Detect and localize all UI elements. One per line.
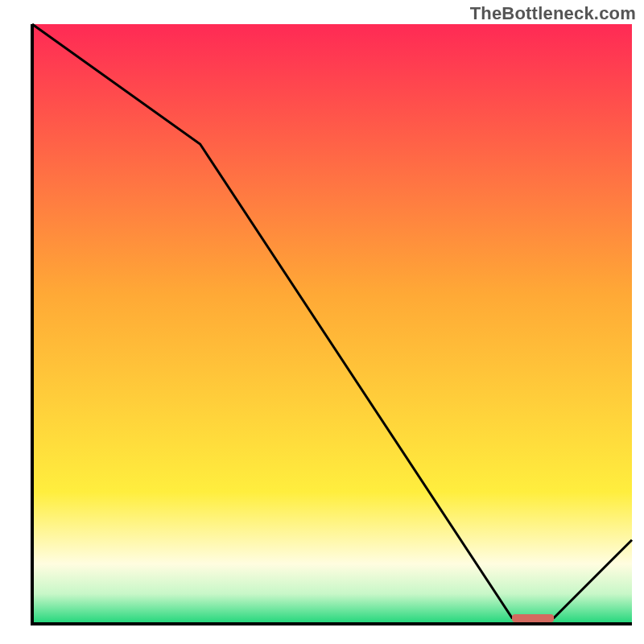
chart-container: TheBottleneck.com [0,0,644,644]
plot-background [32,24,632,624]
optimal-marker [512,614,554,622]
chart-svg [0,0,644,644]
